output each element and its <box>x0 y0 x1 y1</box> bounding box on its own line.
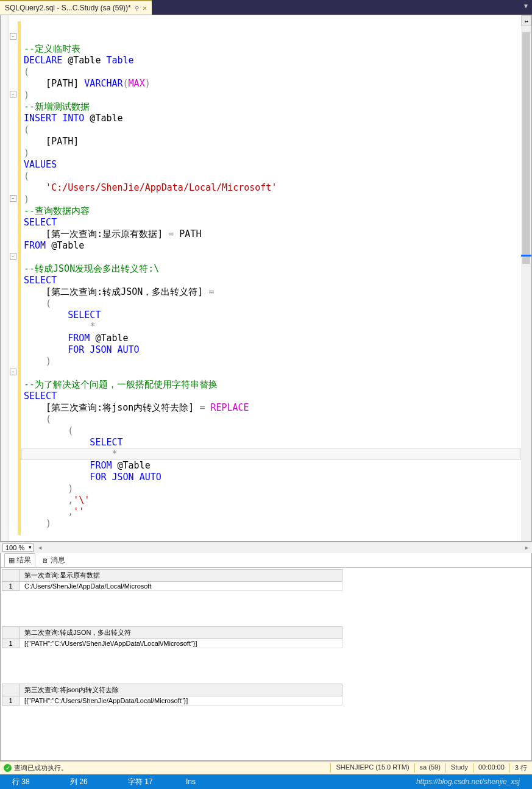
database-name: Study <box>445 763 473 773</box>
grid-corner[interactable] <box>2 684 20 696</box>
row-number: 1 <box>2 696 20 706</box>
cursor-marker <box>521 255 531 257</box>
fold-column: − − − − − <box>9 15 18 541</box>
document-tab[interactable]: SQLQuery2.sql - S...C.Study (sa (59))* ⚲… <box>0 0 152 15</box>
tab-label: 消息 <box>51 555 65 565</box>
row-number: 1 <box>2 639 20 648</box>
results-tabstrip: ▦ 结果 🗎 消息 <box>1 553 531 568</box>
status-message: 查询已成功执行。 <box>14 763 68 773</box>
query-status-bar: ✓ 查询已成功执行。 SHENJIEPC (15.0 RTM) sa (59) … <box>0 761 532 774</box>
grid-corner[interactable] <box>2 627 20 639</box>
editor-gutter <box>1 15 9 541</box>
server-name: SHENJIEPC (15.0 RTM) <box>330 763 414 773</box>
table-row[interactable]: 1 [{"PATH":"C:\/Users\/ShenJie\/AppData\… <box>2 639 342 648</box>
column-indicator: 列 26 <box>70 777 128 787</box>
message-icon: 🗎 <box>42 557 49 564</box>
scroll-thumb[interactable] <box>522 32 530 264</box>
close-icon[interactable]: × <box>143 4 147 13</box>
cell[interactable]: [{"PATH":"C:\/Users\/ShenJie\/AppData\/L… <box>20 639 342 648</box>
column-header[interactable]: 第二次查询:转成JSON，多出转义符 <box>20 627 342 639</box>
row-count: 3 行 <box>509 763 532 773</box>
results-body: 第一次查询:显示原有数据 1 C:/Users/ShenJie/AppData/… <box>1 568 531 760</box>
editor-scrollbar[interactable]: ↔ <box>521 15 531 541</box>
table-row[interactable]: 1 C:/Users/ShenJie/AppData/Local/Microso… <box>2 582 342 591</box>
fold-toggle[interactable]: − <box>10 253 16 260</box>
cell[interactable]: C:/Users/ShenJie/AppData/Local/Microsoft <box>20 582 342 591</box>
column-header[interactable]: 第一次查询:显示原有数据 <box>20 570 342 582</box>
grid-corner[interactable] <box>2 570 20 582</box>
zoom-dropdown[interactable]: 100 % <box>2 543 34 552</box>
elapsed-time: 00:00:00 <box>473 763 509 773</box>
split-icon[interactable]: ↔ <box>521 15 531 26</box>
line-indicator: 行 38 <box>12 777 70 787</box>
sql-editor: − − − − − --定义临时表 DECLARE @Table Table (… <box>0 15 532 542</box>
success-check-icon: ✓ <box>4 764 12 772</box>
char-indicator: 字符 17 <box>128 777 186 787</box>
result-grid-1: 第一次查询:显示原有数据 1 C:/Users/ShenJie/AppData/… <box>2 569 530 591</box>
chevron-left-icon[interactable]: ◄ <box>37 545 43 551</box>
tab-messages[interactable]: 🗎 消息 <box>38 553 69 567</box>
ins-indicator: Ins <box>186 777 244 786</box>
row-number: 1 <box>2 582 20 591</box>
watermark-url: https://blog.csdn.net/shenjie_xsj <box>416 777 520 786</box>
tab-results[interactable]: ▦ 结果 <box>4 553 35 567</box>
document-tab-strip: SQLQuery2.sql - S...C.Study (sa (59))* ⚲… <box>0 0 532 15</box>
tab-title: SQLQuery2.sql - S...C.Study (sa (59))* <box>5 4 131 12</box>
results-panel: ▦ 结果 🗎 消息 第一次查询:显示原有数据 1 C:/Users/ShenJi… <box>0 553 532 761</box>
result-grid-3: 第三次查询:将json内转义符去除 1 [{"PATH":"C:/Users/S… <box>2 684 530 706</box>
pin-icon[interactable]: ⚲ <box>135 5 139 12</box>
table-row[interactable]: 1 [{"PATH":"C:/Users/ShenJie/AppData/Loc… <box>2 696 342 706</box>
fold-toggle[interactable]: − <box>10 33 16 40</box>
fold-toggle[interactable]: − <box>10 195 16 202</box>
tab-label: 结果 <box>16 555 31 565</box>
cell[interactable]: [{"PATH":"C:/Users/ShenJie/AppData/Local… <box>20 696 342 706</box>
current-line-highlight <box>21 448 521 460</box>
user-name: sa (59) <box>414 763 445 773</box>
tab-dropdown-icon[interactable]: ▼ <box>522 0 530 12</box>
fold-toggle[interactable]: − <box>10 369 16 375</box>
editor-status-bar: 行 38 列 26 字符 17 Ins https://blog.csdn.ne… <box>0 774 532 789</box>
grid-icon: ▦ <box>9 556 15 564</box>
code-area[interactable]: --定义临时表 DECLARE @Table Table ( [PATH] VA… <box>21 15 521 541</box>
result-grid-2: 第二次查询:转成JSON，多出转义符 1 [{"PATH":"C:\/Users… <box>2 626 530 648</box>
zoom-bar: 100 % ◄ ► <box>0 542 532 553</box>
column-header[interactable]: 第三次查询:将json内转义符去除 <box>20 684 342 696</box>
chevron-right-icon[interactable]: ► <box>524 545 530 551</box>
fold-toggle[interactable]: − <box>10 91 16 97</box>
